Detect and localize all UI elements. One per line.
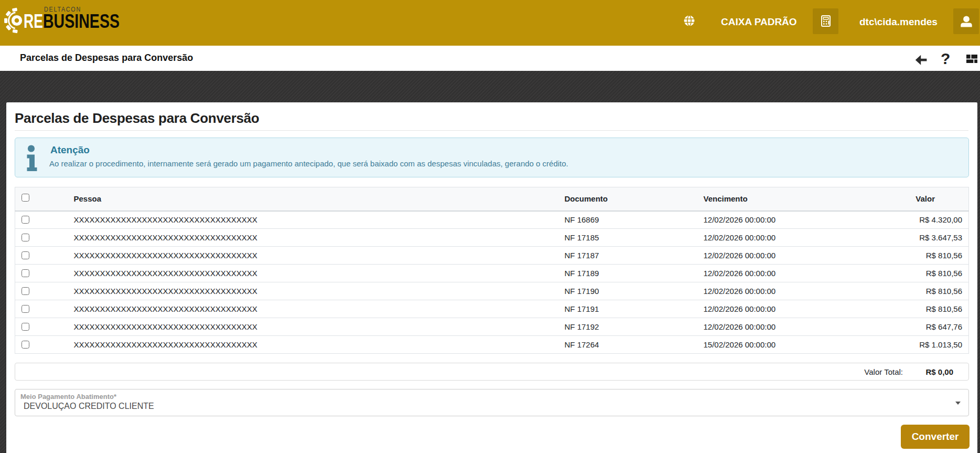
svg-text:DELTACON: DELTACON xyxy=(44,6,81,13)
svg-text:RE: RE xyxy=(24,10,43,32)
svg-text:BUSINESS: BUSINESS xyxy=(43,10,120,32)
